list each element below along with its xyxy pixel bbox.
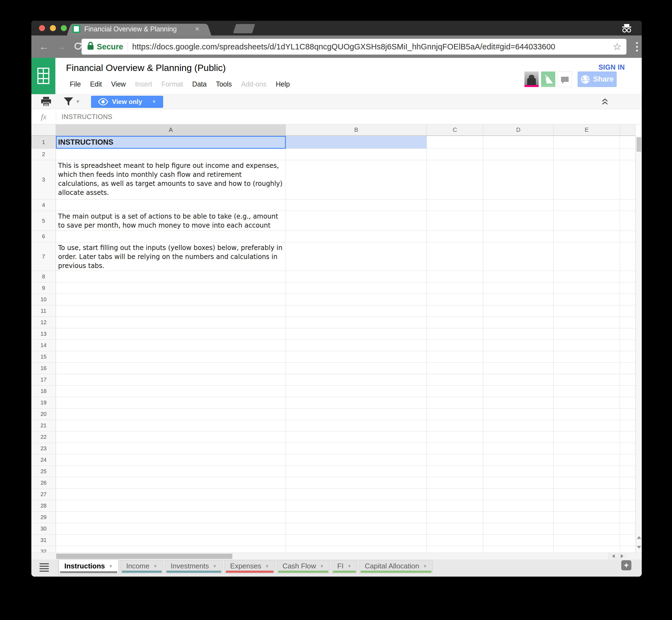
cell-D3[interactable] (483, 160, 554, 200)
cell-C26[interactable] (427, 477, 483, 489)
cell-C30[interactable] (427, 523, 483, 534)
select-all-corner[interactable] (32, 124, 56, 136)
cell-F23[interactable] (620, 443, 635, 454)
row-header-8[interactable]: 8 (32, 271, 56, 282)
row-header-17[interactable]: 17 (32, 374, 56, 385)
cell-E12[interactable] (554, 317, 620, 328)
cell-B14[interactable] (286, 340, 427, 351)
cell-B10[interactable] (286, 294, 427, 305)
cell-F25[interactable] (620, 466, 635, 477)
all-sheets-menu-icon[interactable] (40, 563, 49, 572)
zoom-window-button[interactable] (61, 25, 67, 31)
cell-A30[interactable] (56, 523, 286, 534)
cell-A32[interactable] (56, 546, 286, 553)
cell-D9[interactable] (483, 282, 554, 294)
cell-D2[interactable] (483, 149, 554, 160)
view-only-dropdown-icon[interactable]: ▼ (152, 99, 156, 104)
row-header-18[interactable]: 18 (32, 385, 56, 397)
row-header-27[interactable]: 27 (32, 489, 56, 500)
cell-B30[interactable] (286, 523, 427, 534)
row-header-19[interactable]: 19 (32, 397, 56, 409)
cell-D26[interactable] (483, 477, 554, 489)
view-only-button[interactable]: View only ▼ (91, 96, 163, 108)
cell-A12[interactable] (56, 317, 286, 328)
cell-C22[interactable] (427, 431, 483, 443)
cell-D29[interactable] (483, 512, 554, 523)
collapse-toolbar-icon[interactable] (601, 98, 609, 107)
cell-B6[interactable] (286, 231, 427, 242)
row-header-25[interactable]: 25 (32, 466, 56, 477)
cell-B1[interactable] (286, 136, 427, 149)
cell-D24[interactable] (483, 454, 554, 466)
column-header-F[interactable] (620, 124, 635, 136)
cell-B27[interactable] (286, 489, 427, 500)
cell-D6[interactable] (483, 231, 554, 242)
cell-B11[interactable] (286, 305, 427, 317)
row-header-31[interactable]: 31 (32, 534, 56, 546)
vertical-scrollbar-thumb[interactable] (636, 137, 641, 152)
sign-in-link[interactable]: SIGN IN (598, 63, 625, 71)
cell-A9[interactable] (56, 282, 286, 294)
cell-B8[interactable] (286, 271, 427, 282)
cell-C10[interactable] (427, 294, 483, 305)
cell-E31[interactable] (554, 534, 620, 546)
scroll-left-icon[interactable] (608, 553, 617, 559)
cell-B28[interactable] (286, 500, 427, 512)
cell-C13[interactable] (427, 328, 483, 340)
cell-A4[interactable] (56, 200, 286, 211)
cell-E8[interactable] (554, 271, 620, 282)
cell-C20[interactable] (427, 409, 483, 420)
cell-F10[interactable] (620, 294, 635, 305)
cell-C7[interactable] (427, 242, 483, 271)
row-header-3[interactable]: 3 (32, 160, 56, 200)
cell-F28[interactable] (620, 500, 635, 512)
sheet-tab-dropdown-icon[interactable]: ▼ (265, 564, 269, 568)
cell-A31[interactable] (56, 534, 286, 546)
cell-F26[interactable] (620, 477, 635, 489)
sheet-tab-dropdown-icon[interactable]: ▼ (213, 564, 217, 568)
column-header-D[interactable]: D (483, 124, 554, 136)
menu-help[interactable]: Help (271, 79, 294, 90)
scroll-down-icon[interactable] (636, 542, 642, 553)
bookmark-star-icon[interactable]: ☆ (613, 41, 622, 52)
cell-B25[interactable] (286, 466, 427, 477)
row-header-9[interactable]: 9 (32, 282, 56, 294)
row-header-22[interactable]: 22 (32, 431, 56, 443)
sheet-tab-expenses[interactable]: Expenses▼ (224, 560, 275, 574)
comments-button[interactable] (558, 71, 572, 87)
browser-tab-content[interactable]: Financial Overview & Planning × (72, 23, 225, 35)
row-header-15[interactable]: 15 (32, 351, 56, 363)
cell-C31[interactable] (427, 534, 483, 546)
cell-E14[interactable] (554, 340, 620, 351)
cell-E1[interactable] (554, 136, 620, 149)
cell-A11[interactable] (56, 305, 286, 317)
scroll-right-icon[interactable] (618, 553, 627, 559)
cell-C25[interactable] (427, 466, 483, 477)
cell-D21[interactable] (483, 420, 554, 431)
cell-A29[interactable] (56, 512, 286, 523)
cell-F2[interactable] (620, 149, 635, 160)
sheet-tab-dropdown-icon[interactable]: ▼ (153, 564, 157, 568)
cell-E6[interactable] (554, 231, 620, 242)
cell-F19[interactable] (620, 397, 635, 409)
cell-B18[interactable] (286, 385, 427, 397)
cell-E4[interactable] (554, 200, 620, 211)
column-header-C[interactable]: C (427, 124, 483, 136)
address-bar[interactable]: Secure https://docs.google.com/spreadshe… (81, 39, 626, 55)
cell-F31[interactable] (620, 534, 635, 546)
cell-D17[interactable] (483, 374, 554, 385)
cell-B21[interactable] (286, 420, 427, 431)
cell-D5[interactable] (483, 211, 554, 231)
cell-E16[interactable] (554, 363, 620, 374)
cell-E11[interactable] (554, 305, 620, 317)
cell-C14[interactable] (427, 340, 483, 351)
row-header-2[interactable]: 2 (32, 149, 56, 160)
cell-B13[interactable] (286, 328, 427, 340)
cell-A2[interactable] (56, 149, 286, 160)
close-window-button[interactable] (39, 25, 45, 31)
row-header-12[interactable]: 12 (32, 317, 56, 328)
cell-F8[interactable] (620, 271, 635, 282)
horizontal-scrollbar-thumb[interactable] (56, 554, 232, 559)
cell-E28[interactable] (554, 500, 620, 512)
sheet-tab-dropdown-icon[interactable]: ▼ (320, 564, 324, 568)
